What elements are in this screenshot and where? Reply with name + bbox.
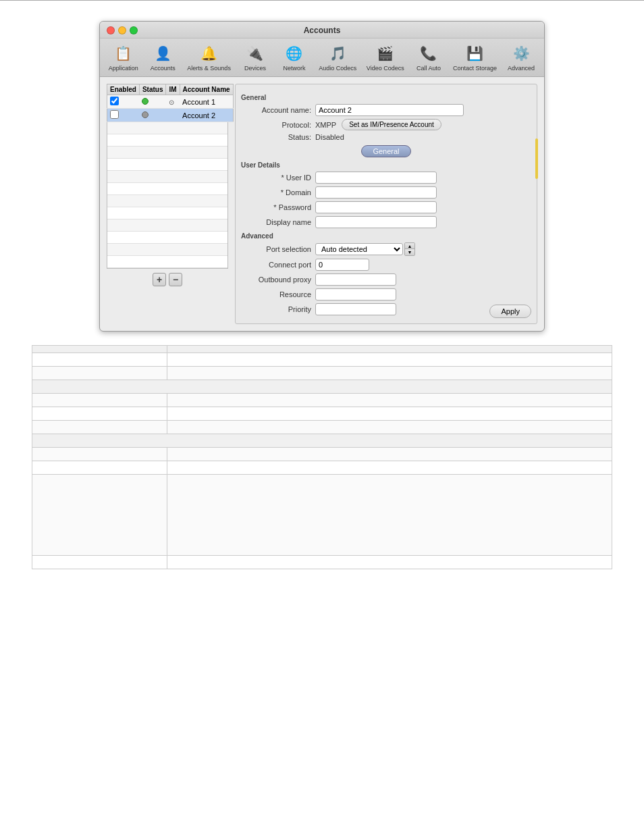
- account-enabled-checkbox[interactable]: [110, 97, 119, 105]
- toolbar-accounts-label: Accounts: [151, 65, 176, 72]
- toolbar-network[interactable]: 🌐 Network: [275, 41, 313, 74]
- account-enabled-checkbox[interactable]: [110, 110, 119, 119]
- account-name-label: Account name:: [241, 106, 315, 114]
- toolbar-application[interactable]: 📋 Application: [104, 41, 142, 74]
- toolbar-call-auto-label: Call Auto: [417, 65, 441, 72]
- table-cell: [167, 367, 612, 380]
- status-indicator: [142, 98, 149, 105]
- table-row: [32, 353, 612, 367]
- priority-row: Priority: [241, 303, 531, 315]
- minimize-button[interactable]: [118, 26, 126, 34]
- window-controls: [107, 26, 138, 34]
- col-status: Status: [139, 84, 166, 95]
- table-cell: [167, 461, 612, 475]
- table-cell: [167, 353, 612, 367]
- toolbar-video-label: Video Codecs: [367, 65, 404, 72]
- table-row: [32, 434, 612, 448]
- contact-storage-icon: 💾: [464, 43, 485, 63]
- account-row[interactable]: ⊙Account 1: [107, 95, 234, 109]
- main-content: Enabled Status IM Account Name ⊙Account …: [100, 77, 544, 331]
- user-id-label: * User ID: [241, 174, 315, 182]
- domain-label: * Domain: [241, 188, 315, 197]
- add-account-button[interactable]: +: [153, 273, 166, 286]
- section-general-label: General: [241, 94, 531, 101]
- accounts-table: Enabled Status IM Account Name ⊙Account …: [107, 84, 234, 122]
- toolbar-call-auto[interactable]: 📞 Call Auto: [410, 41, 448, 74]
- port-stepper-down[interactable]: ▼: [405, 249, 414, 255]
- toolbar-video-codecs[interactable]: 🎬 Video Codecs: [363, 41, 408, 74]
- priority-label: Priority: [241, 305, 315, 313]
- table-cell: [167, 448, 612, 461]
- apply-button[interactable]: Apply: [489, 305, 531, 318]
- top-divider: [0, 0, 644, 1]
- domain-input[interactable]: [315, 186, 437, 199]
- table-row: [32, 394, 612, 407]
- table-cell: [32, 475, 167, 556]
- toolbar-devices[interactable]: 🔌 Devices: [236, 41, 274, 74]
- toolbar: 📋 Application 👤 Accounts 🔔 Alerts & Soun…: [100, 38, 544, 77]
- toolbar-audio-label: Audio Codecs: [319, 65, 356, 72]
- call-auto-icon: 📞: [419, 43, 439, 63]
- col-account-name: Account Name: [180, 84, 233, 95]
- outbound-proxy-input[interactable]: [315, 273, 396, 286]
- display-name-label: Display name: [241, 218, 315, 226]
- display-name-input[interactable]: [315, 216, 437, 228]
- toolbar-accounts[interactable]: 👤 Accounts: [144, 41, 182, 74]
- table-cell: [32, 434, 612, 448]
- toolbar-audio-codecs[interactable]: 🎵 Audio Codecs: [315, 41, 361, 74]
- outbound-proxy-label: Outbound proxy: [241, 276, 315, 284]
- video-codecs-icon: 🎬: [375, 43, 396, 63]
- toolbar-contact-label: Contact Storage: [453, 65, 497, 72]
- accounts-icon: 👤: [153, 43, 173, 63]
- tab-general-button[interactable]: General: [361, 145, 410, 157]
- connect-port-row: Connect port: [241, 259, 531, 271]
- account-row[interactable]: Account 2: [107, 109, 234, 122]
- bottom-section: [32, 345, 612, 569]
- account-name-input[interactable]: [315, 104, 464, 116]
- port-stepper-up[interactable]: ▲: [405, 243, 414, 249]
- priority-input[interactable]: [315, 303, 396, 315]
- toolbar-alerts[interactable]: 🔔 Alerts & Sounds: [183, 41, 235, 74]
- user-id-input[interactable]: [315, 172, 437, 184]
- display-name-row: Display name: [241, 216, 531, 228]
- close-button[interactable]: [107, 26, 115, 34]
- table-row: [32, 475, 612, 556]
- resource-label: Resource: [241, 290, 315, 298]
- im-icon: ⊙: [169, 99, 174, 106]
- col-im: IM: [166, 84, 180, 95]
- set-im-presence-button[interactable]: Set as IM/Presence Account: [342, 119, 441, 130]
- table-cell: [32, 448, 167, 461]
- remove-account-button[interactable]: −: [169, 273, 182, 286]
- port-stepper: ▲ ▼: [404, 242, 415, 256]
- toolbar-advanced[interactable]: ⚙️ Advanced: [502, 41, 540, 74]
- toolbar-devices-label: Devices: [244, 65, 266, 72]
- window-title: Accounts: [304, 26, 341, 35]
- account-name-cell: Account 1: [180, 95, 233, 109]
- audio-codecs-icon: 🎵: [327, 43, 348, 63]
- connect-port-input[interactable]: [315, 259, 369, 271]
- section-user-details-label: User Details: [241, 161, 531, 169]
- advanced-icon: ⚙️: [511, 43, 531, 63]
- status-indicator: [142, 111, 149, 118]
- port-selection-select[interactable]: Auto detected Manual: [315, 243, 403, 255]
- table-row: [32, 407, 612, 421]
- status-label: Status:: [241, 133, 315, 141]
- connect-port-label: Connect port: [241, 261, 315, 269]
- protocol-value: XMPP: [315, 121, 336, 129]
- toolbar-advanced-label: Advanced: [508, 65, 535, 72]
- table-cell: [167, 475, 612, 556]
- domain-row: * Domain: [241, 186, 531, 199]
- data-table: [32, 345, 612, 569]
- password-input[interactable]: [315, 201, 437, 213]
- resource-input[interactable]: [315, 288, 396, 301]
- toolbar-network-label: Network: [283, 65, 305, 72]
- accounts-panel: Enabled Status IM Account Name ⊙Account …: [107, 84, 228, 324]
- tab-row: General: [241, 145, 531, 157]
- table-cell: [32, 367, 167, 380]
- application-icon: 📋: [113, 43, 134, 63]
- table-cell: [167, 394, 612, 407]
- status-value: Disabled: [315, 133, 344, 141]
- maximize-button[interactable]: [130, 26, 138, 34]
- devices-icon: 🔌: [245, 43, 265, 63]
- toolbar-contact-storage[interactable]: 💾 Contact Storage: [449, 41, 501, 74]
